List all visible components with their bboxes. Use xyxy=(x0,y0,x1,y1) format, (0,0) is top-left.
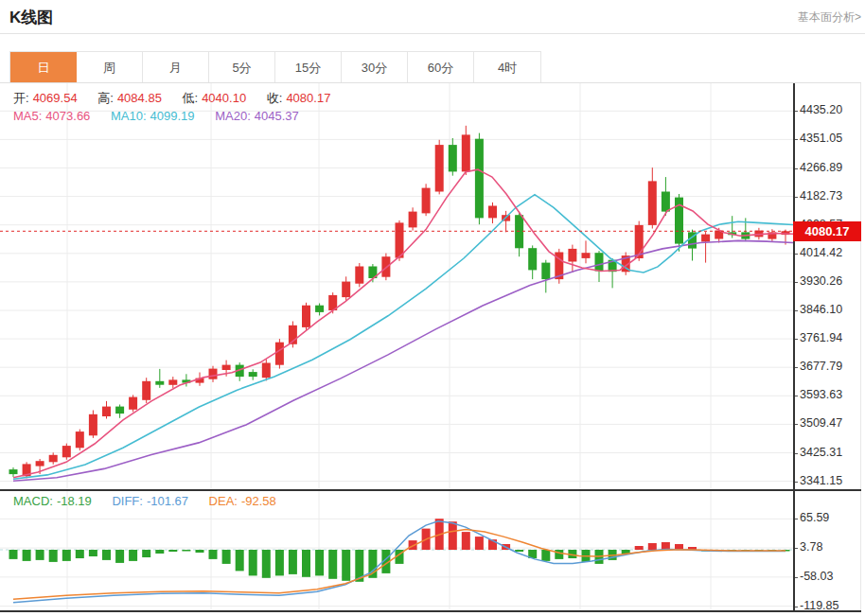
macd-axis-label: -58.03 xyxy=(800,570,858,583)
diff-label: DIFF: xyxy=(112,494,143,508)
macd-bar xyxy=(635,546,644,550)
macd-bar xyxy=(541,550,550,561)
candle xyxy=(102,401,111,419)
candle xyxy=(209,366,218,382)
low-label: 低: xyxy=(183,91,199,105)
macd-label: MACD: xyxy=(13,494,53,508)
ohlc-readout: 开:4069.54 高:4084.85 低:4040.10 收:4080.17 xyxy=(13,90,347,107)
candle xyxy=(701,232,710,263)
close-label: 收: xyxy=(267,91,283,105)
price-axis-label: 4351.05 xyxy=(800,132,858,145)
candle xyxy=(142,378,150,403)
price-axis-label: 3425.31 xyxy=(800,446,858,459)
candle xyxy=(381,254,390,281)
ma5-value: 4073.66 xyxy=(45,109,90,123)
macd-axis-label: 65.59 xyxy=(800,511,858,524)
tab-2[interactable]: 周 xyxy=(77,52,143,83)
candle xyxy=(475,133,484,225)
chart-bottom-border xyxy=(0,610,861,612)
candle xyxy=(62,444,71,460)
candle xyxy=(115,405,124,418)
macd-bar xyxy=(76,550,84,558)
candle xyxy=(315,304,324,316)
candle xyxy=(89,411,97,438)
candle xyxy=(76,430,84,451)
tab-6[interactable]: 30分 xyxy=(342,52,408,83)
macd-bar xyxy=(142,550,150,557)
price-axis-line xyxy=(793,83,795,612)
tab-3[interactable]: 月 xyxy=(143,52,209,83)
candle xyxy=(648,167,657,228)
macd-bar xyxy=(302,550,310,577)
macd-bar xyxy=(23,550,31,561)
macd-axis-label: 3.78 xyxy=(800,540,858,554)
candle xyxy=(595,251,604,282)
macd-bar xyxy=(49,550,58,562)
price-axis-label: 4435.20 xyxy=(800,103,858,116)
ma5-label: MA5: xyxy=(13,109,42,123)
macd-bar xyxy=(182,550,190,552)
candle xyxy=(568,245,576,273)
candle xyxy=(129,395,137,412)
candle xyxy=(155,369,164,388)
macd-bar xyxy=(36,550,44,560)
candle xyxy=(355,263,363,287)
macd-bar xyxy=(155,550,164,554)
macd-value: -18.19 xyxy=(57,494,92,508)
price-axis-label: 3761.94 xyxy=(800,331,858,344)
macd-bar xyxy=(275,550,284,575)
tab-1[interactable]: 日 xyxy=(10,52,77,83)
macd-bar xyxy=(449,521,457,550)
macd-bar xyxy=(209,550,218,559)
macd-bar xyxy=(262,550,271,578)
price-axis-label: 3677.79 xyxy=(800,360,858,373)
macd-bar xyxy=(289,550,297,574)
panel-separator xyxy=(0,489,861,491)
tab-8[interactable]: 4时 xyxy=(474,52,540,83)
macd-bar xyxy=(168,550,177,552)
fundamental-analysis-link[interactable]: 基本面分析> xyxy=(798,9,861,26)
candle xyxy=(515,212,523,257)
macd-chart[interactable] xyxy=(0,491,793,610)
price-axis-label: 4014.42 xyxy=(800,246,858,259)
page-title: K线图 xyxy=(9,7,53,28)
open-label: 开: xyxy=(13,91,29,105)
price-axis-label: 3593.63 xyxy=(800,388,858,401)
macd-bar xyxy=(89,550,97,556)
candle xyxy=(488,202,497,223)
candle xyxy=(541,260,550,293)
dea-value: -92.58 xyxy=(241,494,276,508)
main-candlestick-chart[interactable] xyxy=(0,83,793,489)
open-value: 4069.54 xyxy=(33,91,78,105)
header-divider xyxy=(0,33,865,34)
right-border xyxy=(860,83,861,612)
candle xyxy=(582,240,591,263)
ma-readout: MA5:4073.66 MA10:4099.19 MA20:4045.37 xyxy=(13,109,316,123)
price-axis-label: 3846.10 xyxy=(800,303,858,316)
ma10-label: MA10: xyxy=(111,109,147,123)
candle xyxy=(262,360,271,381)
period-tab-bar: 日周月5分15分30分60分4时 xyxy=(9,51,541,83)
macd-bar xyxy=(462,532,470,550)
diff-value: -101.67 xyxy=(147,494,188,508)
macd-bar xyxy=(115,550,124,563)
candle xyxy=(302,303,310,330)
macd-bar xyxy=(648,543,657,550)
ma20-label: MA20: xyxy=(215,109,251,123)
macd-bar xyxy=(236,550,244,571)
high-value: 4084.85 xyxy=(117,91,162,105)
price-axis-label: 3509.47 xyxy=(800,416,858,430)
tab-4[interactable]: 5分 xyxy=(209,52,275,83)
macd-bar xyxy=(222,550,231,564)
macd-bar xyxy=(62,550,71,561)
price-axis-label: 3341.15 xyxy=(800,474,858,487)
tab-5[interactable]: 15分 xyxy=(275,52,342,83)
macd-readout: MACD:-18.19 DIFF:-101.67 DEA:-92.58 xyxy=(13,494,293,508)
macd-bar xyxy=(555,550,563,559)
macd-bar xyxy=(129,550,137,561)
macd-bar xyxy=(475,537,484,550)
price-axis-label: 3930.26 xyxy=(800,274,858,288)
macd-bar xyxy=(196,550,204,553)
candle xyxy=(275,339,284,369)
tab-7[interactable]: 60分 xyxy=(408,52,474,83)
